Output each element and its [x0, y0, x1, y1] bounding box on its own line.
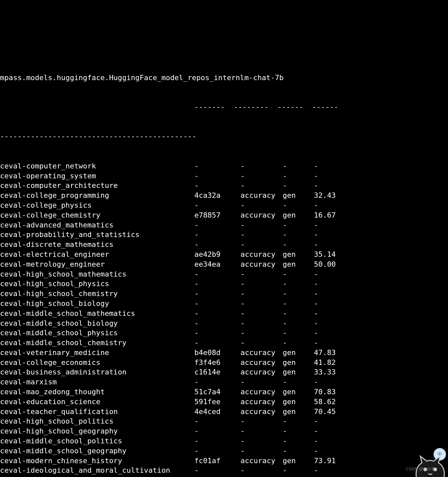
- cell-mode: -: [283, 200, 314, 210]
- cell-mode: gen: [283, 367, 314, 377]
- table-row: ceval-middle_school_politics----: [0, 436, 448, 446]
- cell-mode: -: [283, 289, 314, 299]
- divider-row-bottom: ----------------------------------------…: [0, 132, 448, 141]
- table-row: ceval-middle_school_physics----: [0, 328, 448, 338]
- cell-score: -: [314, 200, 340, 210]
- cell-score: -: [314, 220, 340, 230]
- table-row: ceval-business_administrationc1614eaccur…: [0, 367, 448, 377]
- divider-bottom-left: ----------------------------------------…: [0, 132, 196, 141]
- cell-dataset: ceval-teacher_qualification: [0, 407, 194, 417]
- table-row: ceval-college_chemistrye78857accuracygen…: [0, 210, 448, 220]
- cell-version: -: [194, 289, 240, 299]
- cell-score: -: [314, 161, 340, 171]
- cell-score: -: [314, 446, 340, 456]
- cell-metric: -: [240, 426, 283, 436]
- cell-mode: -: [283, 240, 314, 250]
- divider-row-top: ------- -------- ------ ------: [0, 102, 448, 112]
- cell-metric: -: [240, 475, 283, 477]
- table-row: ceval-electrical_engineerae42b9accuracyg…: [0, 250, 448, 259]
- cell-metric: accuracy: [240, 250, 283, 259]
- model-path: mpass.models.huggingface.HuggingFace_mod…: [0, 73, 284, 83]
- cell-mode: gen: [283, 397, 314, 407]
- cell-metric: -: [240, 299, 283, 309]
- cell-score: 73.91: [314, 456, 340, 466]
- cell-version: -: [194, 416, 240, 426]
- table-row: ceval-high_school_geography----: [0, 426, 448, 436]
- table-row: ceval-high_school_politics----: [0, 416, 448, 426]
- cell-dataset: ceval-metrology_engineer: [0, 259, 194, 269]
- cell-version: e78857: [194, 210, 240, 220]
- cell-metric: -: [240, 230, 283, 240]
- cell-score: -: [314, 436, 340, 446]
- cell-mode: -: [283, 220, 314, 230]
- cell-metric: -: [240, 377, 283, 387]
- cell-metric: -: [240, 436, 283, 446]
- cell-score: 70.45: [314, 407, 340, 417]
- cell-metric: -: [240, 309, 283, 318]
- cell-dataset: ceval-middle_school_mathematics: [0, 309, 194, 318]
- cell-version: -: [194, 161, 240, 171]
- cell-mode: -: [283, 328, 314, 338]
- cell-score: 41.82: [314, 358, 340, 368]
- table-row: ceval-middle_school_geography----: [0, 446, 448, 456]
- cell-metric: -: [240, 465, 283, 475]
- cell-version: -: [194, 220, 240, 230]
- divider-left: [0, 102, 194, 112]
- cell-score: -: [314, 309, 340, 318]
- cell-score: -: [314, 465, 340, 475]
- cell-dataset: ceval-logic: [0, 475, 194, 477]
- cell-version: -: [194, 230, 240, 240]
- table-row: ceval-advanced_mathematics----: [0, 220, 448, 230]
- cell-dataset: ceval-ideological_and_moral_cultivation: [0, 465, 194, 475]
- cell-dataset: ceval-mao_zedong_thought: [0, 387, 194, 397]
- cell-dataset: ceval-marxism: [0, 377, 194, 387]
- cell-mode: -: [283, 309, 314, 318]
- cell-metric: -: [240, 289, 283, 299]
- cell-dataset: ceval-business_administration: [0, 367, 194, 377]
- cell-metric: -: [240, 318, 283, 328]
- cell-score: -: [314, 416, 340, 426]
- table-row: ceval-high_school_physics----: [0, 279, 448, 289]
- table-row: ceval-high_school_mathematics----: [0, 269, 448, 279]
- cell-mode: -: [283, 181, 314, 191]
- cell-metric: -: [240, 416, 283, 426]
- table-row: ceval-ideological_and_moral_cultivation-…: [0, 465, 448, 475]
- cell-mode: -: [283, 161, 314, 171]
- table-row: ceval-teacher_qualification4e4cedaccurac…: [0, 407, 448, 417]
- table-row: ceval-education_science591feeaccuracygen…: [0, 397, 448, 407]
- cell-metric: -: [240, 200, 283, 210]
- cell-mode: -: [283, 426, 314, 436]
- cell-metric: accuracy: [240, 259, 283, 269]
- ime-badge-icon[interactable]: 中: [434, 448, 446, 461]
- cell-dataset: ceval-college_chemistry: [0, 210, 194, 220]
- cell-score: -: [314, 426, 340, 436]
- cell-mode: -: [283, 171, 314, 181]
- terminal-output[interactable]: mpass.models.huggingface.HuggingFace_mod…: [0, 49, 448, 477]
- cell-version: -: [194, 299, 240, 309]
- cell-mode: gen: [283, 259, 314, 269]
- cell-metric: -: [240, 161, 283, 171]
- cell-score: -: [314, 269, 340, 279]
- cell-dataset: ceval-education_science: [0, 397, 194, 407]
- cell-metric: accuracy: [240, 210, 283, 220]
- cell-score: -: [314, 475, 340, 477]
- cell-metric: -: [240, 171, 283, 181]
- cell-mode: gen: [283, 191, 314, 200]
- cell-score: -: [314, 377, 340, 387]
- cell-version: 51c7a4: [194, 387, 240, 397]
- cell-version: 4e4ced: [194, 407, 240, 417]
- cell-metric: -: [240, 328, 283, 338]
- table-row: ceval-college_economicsf3f4e6accuracygen…: [0, 358, 448, 368]
- model-header-row: mpass.models.huggingface.HuggingFace_mod…: [0, 73, 448, 83]
- cell-version: -: [194, 269, 240, 279]
- cell-metric: accuracy: [240, 348, 283, 358]
- cell-mode: -: [283, 475, 314, 477]
- cell-dataset: ceval-college_programming: [0, 191, 194, 200]
- cell-score: 16.67: [314, 210, 340, 220]
- cell-mode: -: [283, 377, 314, 387]
- cell-metric: -: [240, 338, 283, 348]
- table-row: ceval-marxism----: [0, 377, 448, 387]
- cell-dataset: ceval-high_school_geography: [0, 426, 194, 436]
- cell-score: 32.43: [314, 191, 340, 200]
- divider-right: ------- -------- ------ ------: [194, 102, 338, 112]
